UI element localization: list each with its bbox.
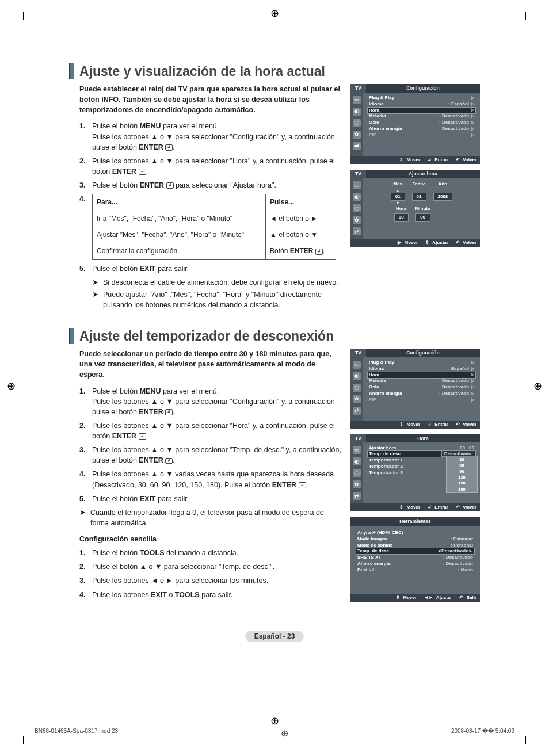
- section-lead: Puede seleccionar un período de tiempo e…: [79, 349, 341, 380]
- osd-foot-move: ▶ Mover: [396, 240, 418, 246]
- sound-icon: ◐: [353, 108, 361, 116]
- down-arrow-icon: ▼: [391, 201, 405, 205]
- setup-icon: ✿: [353, 395, 361, 403]
- enter-icon: ↲: [139, 169, 146, 175]
- registration-mark-icon: ⊕: [533, 380, 542, 392]
- crop-mark: [517, 12, 526, 20]
- table-cell: Botón ENTER ↲.: [266, 243, 336, 259]
- input-icon: ⇄: [353, 492, 361, 500]
- channel-icon: ◌: [353, 384, 361, 392]
- chevron-right-icon: ▷: [470, 96, 474, 101]
- registration-mark-icon: ⊕: [270, 715, 279, 727]
- note-text: Cuando el temporizador llega a 0, el tel…: [90, 507, 341, 528]
- subheading: Configuración sencilla: [79, 534, 341, 544]
- table-cell: Ajustar "Mes", "Fecha", "Año", "Hora" o …: [93, 227, 266, 243]
- tv-osd-clock: TVAjustar hora ▭◐◌✿⇄ Mes▲01▼ Fecha 01 Añ…: [350, 170, 480, 247]
- channel-icon: ◌: [353, 119, 361, 127]
- osd-value-box: 00: [394, 213, 409, 222]
- tv-osd-hora: TVHora ▭◐◌✿⇄ Ajustar hora: 00 : 00 Temp.…: [350, 434, 480, 512]
- note-arrow-icon: ➤: [92, 277, 98, 288]
- setup-icon: ✿: [353, 480, 361, 488]
- note-text: Puede ajustar "Año" ,"Mes", "Fecha", "Ho…: [103, 289, 341, 310]
- osd-foot-return: ↶ Volver: [454, 240, 476, 246]
- footer-file: BN68-01465A-Spa-0317.indd 23: [35, 728, 118, 739]
- footer-date: 2008-03-17 �� 5:04:09: [451, 728, 514, 739]
- registration-mark-icon: ⊕: [270, 7, 279, 20]
- table-cell: ◄ el botón o ►: [266, 211, 336, 227]
- channel-icon: ◌: [353, 204, 361, 212]
- crop-mark: [517, 736, 526, 744]
- table-cell: Ir a "Mes", "Fecha", "Año", "Hora" o "Mi…: [93, 211, 266, 227]
- chevron-right-icon: ▷: [470, 133, 474, 138]
- print-footer: BN68-01465A-Spa-0317.indd 23 ⊕ 2008-03-1…: [35, 728, 514, 739]
- step: Pulse el botón TOOLS del mando a distanc…: [79, 548, 341, 558]
- input-icon: ⇄: [353, 227, 361, 235]
- note-text: Si desconecta el cable de alimentación, …: [103, 277, 338, 288]
- tv-osd-config: TVConfiguración ▭◐◌✿⇄ Plug & Play▷ Idiom…: [350, 84, 480, 164]
- section-title: Ajuste del temporizador de desconexión: [79, 329, 334, 344]
- registration-mark-icon: ⊕: [281, 728, 288, 739]
- enter-icon: ↲: [165, 409, 173, 415]
- enter-icon: ↲: [299, 482, 306, 488]
- sound-icon: ◐: [353, 193, 361, 201]
- note-arrow-icon: ➤: [79, 507, 86, 528]
- input-icon: ⇄: [353, 142, 361, 150]
- osd-foot-adjust: ⇕ Ajustar: [424, 240, 448, 246]
- osd-tv-label: TV: [350, 170, 366, 178]
- section-title: Ajuste y visualización de la hora actual: [79, 64, 325, 79]
- osd-title: Configuración: [366, 84, 480, 93]
- note-arrow-icon: ➤: [92, 289, 98, 310]
- step: Para...Pulse... Ir a "Mes", "Fecha", "Añ…: [79, 194, 341, 260]
- osd-value-box: 00: [415, 213, 430, 222]
- osd-dropdown: 306090120150180: [446, 456, 478, 492]
- section-sleep-timer: Ajuste del temporizador de desconexión P…: [69, 328, 480, 608]
- step: Pulse los botones ◄ o ► para seleccionar…: [79, 575, 341, 586]
- setup-icon: ✿: [353, 216, 361, 224]
- table-cell: ▲ el botón o ▼: [266, 227, 336, 243]
- step: Pulse el botón MENU para ver el menú. Pu…: [79, 121, 341, 152]
- step: Pulse los botones ▲ o ▼ para seleccionar…: [79, 445, 341, 465]
- enter-icon: ↲: [166, 182, 174, 189]
- tv-osd-config: TVConfiguración ▭◐◌✿⇄ Plug & Play▷ Idiom…: [350, 349, 480, 429]
- section-clock: Ajuste y visualización de la hora actual…: [69, 63, 480, 312]
- action-table: Para...Pulse... Ir a "Mes", "Fecha", "Añ…: [92, 194, 336, 260]
- osd-foot-enter: ↲ Entrar: [426, 157, 448, 163]
- step: Pulse los botones ▲ o ▼ para seleccionar…: [79, 156, 341, 177]
- chevron-right-icon: ▷: [470, 108, 474, 113]
- osd-title: Ajustar hora: [366, 170, 480, 178]
- crop-mark: [23, 736, 32, 744]
- step: Pulse el botón ▲ o ▼ para seleccionar "T…: [79, 562, 341, 572]
- up-arrow-icon: ▲: [391, 189, 405, 193]
- osd-tv-label: TV: [350, 84, 366, 93]
- step: Pulse el botón EXIT para salir.: [79, 264, 341, 274]
- chevron-right-icon: ▷: [469, 102, 474, 106]
- channel-icon: ◌: [353, 469, 361, 477]
- osd-value-box: 01: [412, 193, 426, 201]
- enter-icon: ↲: [165, 458, 173, 464]
- step: Pulse los botones ▲ o ▼ para seleccionar…: [79, 421, 341, 441]
- enter-icon: ↲: [315, 249, 323, 255]
- table-cell: Confirmar la configuración: [93, 243, 266, 259]
- sound-icon: ◐: [353, 372, 361, 380]
- step: Pulse los botones ▲ o ▼ varias veces has…: [79, 469, 341, 490]
- tv-osd-tools: Herramientas Anynet+ (HDMI-CEC) Modo ima…: [350, 517, 480, 602]
- osd-value-box: 2008: [433, 193, 453, 201]
- step: Pulse el botón MENU para ver el menú.Pul…: [79, 386, 341, 417]
- heading-bar-icon: [69, 63, 74, 79]
- picture-icon: ▭: [353, 96, 361, 104]
- input-icon: ⇄: [353, 407, 361, 415]
- picture-icon: ▭: [353, 181, 361, 189]
- osd-selected-row: Hora▷: [368, 108, 475, 113]
- step: Pulse los botones EXIT o TOOLS para sali…: [79, 590, 341, 600]
- osd-value-box: 01: [391, 193, 405, 201]
- page-label: Español - 23: [69, 631, 480, 642]
- setup-icon: ✿: [353, 131, 361, 139]
- enter-icon: ↲: [139, 433, 146, 440]
- osd-foot-move: ⇕ Mover: [398, 157, 420, 163]
- osd-icon-column: ▭◐◌✿⇄: [350, 93, 363, 156]
- chevron-right-icon: ▷: [469, 120, 474, 124]
- step: Pulse el botón ENTER ↲ para seleccionar …: [79, 180, 341, 190]
- enter-icon: ↲: [165, 144, 173, 151]
- crop-mark: [23, 12, 32, 20]
- osd-icon-column: ▭◐◌✿⇄: [350, 178, 363, 239]
